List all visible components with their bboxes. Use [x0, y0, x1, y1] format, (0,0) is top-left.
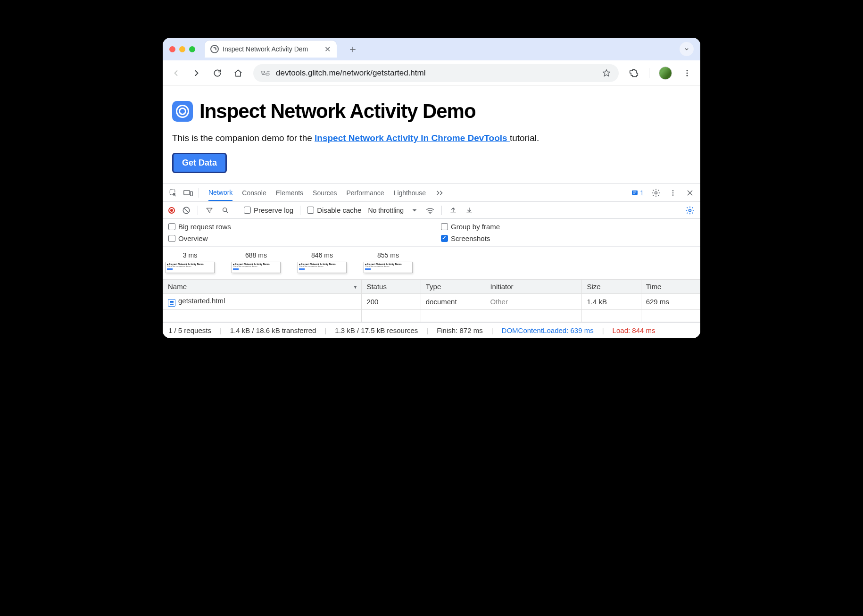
address-bar[interactable]: devtools.glitch.me/network/getstarted.ht… — [253, 64, 619, 82]
checkbox-icon — [168, 235, 175, 242]
svg-point-15 — [430, 213, 431, 214]
frame-time: 846 ms — [311, 251, 333, 259]
col-time[interactable]: Time — [641, 280, 700, 294]
cell-name: getstarted.html — [178, 297, 225, 305]
col-name[interactable]: Name — [163, 280, 362, 294]
svg-point-2 — [687, 70, 688, 71]
svg-rect-1 — [266, 73, 269, 75]
network-status-bar: 1 / 5 requests | 1.4 kB / 18.6 kB transf… — [163, 322, 700, 338]
site-info-icon[interactable] — [261, 69, 270, 77]
col-initiator[interactable]: Initiator — [485, 280, 582, 294]
col-status[interactable]: Status — [362, 280, 421, 294]
filmstrip-frame[interactable]: 3 ms ■ Inspect Network Activity DemoThis… — [166, 251, 215, 273]
status-requests: 1 / 5 requests — [168, 326, 211, 334]
filmstrip-frame[interactable]: 855 ms ■ Inspect Network Activity DemoTh… — [364, 251, 413, 273]
checkbox-icon — [168, 223, 175, 230]
devtools-tabs: Network Console Elements Sources Perform… — [163, 184, 700, 202]
svg-point-10 — [672, 190, 674, 191]
desc-prefix: This is the companion demo for the — [172, 133, 315, 143]
col-size[interactable]: Size — [582, 280, 641, 294]
svg-point-9 — [655, 191, 657, 194]
extensions-icon[interactable] — [628, 67, 639, 79]
record-button[interactable] — [168, 207, 175, 214]
device-mode-icon[interactable] — [183, 188, 193, 198]
cell-type: document — [421, 294, 485, 310]
preserve-log-checkbox[interactable]: Preserve log — [244, 206, 293, 214]
maximize-window-button[interactable] — [189, 46, 195, 52]
tutorial-link[interactable]: Inspect Network Activity In Chrome DevTo… — [315, 133, 510, 143]
kebab-menu-icon[interactable] — [668, 188, 678, 198]
tab-console[interactable]: Console — [242, 185, 266, 200]
bookmark-icon[interactable] — [602, 68, 611, 78]
issues-badge[interactable]: 1 — [631, 189, 644, 197]
home-button[interactable] — [232, 67, 244, 79]
divider — [199, 188, 199, 198]
clear-icon[interactable] — [182, 206, 191, 215]
group-by-frame-checkbox[interactable]: Group by frame — [441, 223, 695, 231]
network-settings-icon[interactable] — [685, 206, 695, 215]
minimize-window-button[interactable] — [179, 46, 185, 52]
screenshots-checkbox[interactable]: Screenshots — [441, 234, 695, 242]
tab-lighthouse[interactable]: Lighthouse — [394, 185, 426, 200]
table-row[interactable]: getstarted.html 200 document Other 1.4 k… — [163, 294, 700, 310]
divider — [441, 206, 442, 215]
tab-search-button[interactable] — [680, 42, 694, 56]
reload-button[interactable] — [212, 67, 223, 79]
issues-count: 1 — [640, 189, 644, 197]
thumbnail: ■ Inspect Network Activity DemoThis is t… — [298, 262, 347, 273]
search-icon[interactable] — [221, 206, 230, 215]
thumbnail: ■ Inspect Network Activity DemoThis is t… — [232, 262, 281, 273]
status-transferred: 1.4 kB / 18.6 kB transferred — [230, 326, 316, 334]
throttling-label: No throttling — [368, 207, 403, 214]
globe-icon — [210, 45, 219, 53]
upload-har-icon[interactable] — [448, 206, 458, 215]
filmstrip-frame[interactable]: 846 ms ■ Inspect Network Activity DemoTh… — [298, 251, 347, 273]
svg-rect-0 — [261, 71, 265, 73]
tab-network[interactable]: Network — [208, 185, 232, 201]
svg-point-3 — [687, 72, 688, 74]
filmstrip: 3 ms ■ Inspect Network Activity DemoThis… — [163, 247, 700, 279]
desc-suffix: tutorial. — [510, 133, 539, 143]
window-controls — [169, 46, 195, 52]
svg-point-14 — [223, 208, 227, 211]
frame-time: 3 ms — [183, 251, 197, 259]
more-tabs-icon[interactable] — [435, 188, 445, 198]
back-button[interactable] — [170, 67, 182, 79]
browser-tab[interactable]: Inspect Network Activity Dem ✕ — [205, 41, 337, 58]
download-har-icon[interactable] — [465, 206, 474, 215]
network-filter-bar: Preserve log Disable cache No throttling — [163, 202, 700, 219]
close-window-button[interactable] — [169, 46, 175, 52]
throttling-select[interactable]: No throttling — [368, 206, 418, 215]
big-rows-label: Big request rows — [178, 223, 231, 231]
svg-point-4 — [687, 75, 688, 76]
network-conditions-icon[interactable] — [425, 206, 435, 215]
overview-checkbox[interactable]: Overview — [168, 234, 422, 242]
chrome-menu-icon[interactable] — [681, 67, 693, 79]
forward-button[interactable] — [191, 67, 202, 79]
close-devtools-icon[interactable] — [685, 188, 695, 198]
svg-rect-7 — [191, 191, 193, 195]
tab-performance[interactable]: Performance — [346, 185, 384, 200]
close-tab-icon[interactable]: ✕ — [324, 45, 331, 53]
get-data-button[interactable]: Get Data — [172, 153, 227, 173]
inspect-element-icon[interactable] — [168, 188, 178, 198]
filmstrip-frame[interactable]: 688 ms ■ Inspect Network Activity DemoTh… — [232, 251, 281, 273]
devtools-panel: Network Console Elements Sources Perform… — [163, 183, 700, 338]
tab-sources[interactable]: Sources — [313, 185, 337, 200]
col-type[interactable]: Type — [421, 280, 485, 294]
checkbox-icon — [244, 207, 251, 214]
disable-cache-checkbox[interactable]: Disable cache — [307, 206, 361, 214]
checkbox-icon — [441, 223, 448, 230]
status-resources: 1.3 kB / 17.5 kB resources — [335, 326, 418, 334]
svg-point-16 — [689, 209, 691, 211]
new-tab-button[interactable]: ＋ — [346, 42, 359, 56]
thumbnail: ■ Inspect Network Activity DemoThis is t… — [364, 262, 413, 273]
profile-avatar[interactable] — [659, 67, 672, 80]
filter-icon[interactable] — [205, 206, 214, 215]
group-by-frame-label: Group by frame — [451, 223, 500, 231]
tab-elements[interactable]: Elements — [276, 185, 303, 200]
settings-icon[interactable] — [651, 188, 661, 198]
status-dcl: DOMContentLoaded: 639 ms — [502, 326, 594, 334]
network-table: Name Status Type Initiator Size Time get… — [163, 279, 700, 322]
big-rows-checkbox[interactable]: Big request rows — [168, 223, 422, 231]
